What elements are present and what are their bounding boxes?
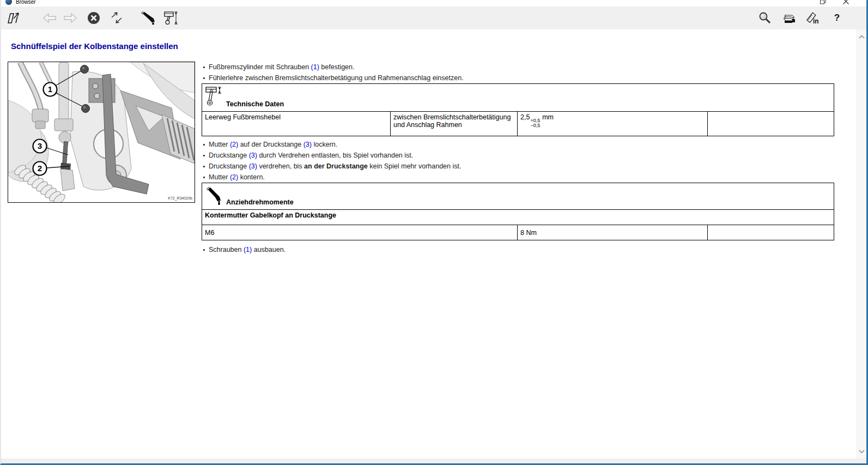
step-text-segment: ausbauen. <box>252 246 286 253</box>
stop-button[interactable] <box>86 10 101 26</box>
step-text: Mutter (2) kontern. <box>209 172 265 183</box>
table-cell <box>708 225 834 240</box>
emphasis-text: an der Druckstange <box>304 162 368 170</box>
close-button[interactable] <box>842 0 849 4</box>
step-text-segment: Druckstange <box>209 162 249 170</box>
horizontal-scrollbar-track <box>1 458 866 463</box>
part-reference-link[interactable]: (1) <box>311 63 319 71</box>
table-title: Technische Daten <box>226 100 284 108</box>
instruction-column: Fußbremszylinder mit Schrauben (1) befes… <box>202 62 834 255</box>
browser-window: Browser <box>0 0 868 465</box>
help-button[interactable]: ? <box>829 10 845 26</box>
instruction-step: Schrauben (1) ausbauen. <box>202 244 834 255</box>
svg-text:in: in <box>813 17 819 25</box>
table-cell: 8 Nm <box>518 225 708 240</box>
torque-wrench-icon <box>141 11 156 25</box>
table-cell-value: 2,5+0,5−0,5mm <box>518 112 708 136</box>
callout-2: 2 <box>38 164 42 173</box>
piston-data-icon <box>163 11 179 25</box>
scroll-down-button[interactable] <box>857 446 866 456</box>
part-reference-link[interactable]: (2) <box>230 173 238 181</box>
restore-icon <box>820 0 826 4</box>
help-icon: ? <box>834 13 840 23</box>
technical-data-table: Technische Daten Leerweg Fußbremshebel z… <box>202 83 834 136</box>
unit-label: mm <box>542 113 554 121</box>
torque-table: Anziehdrehmomente Kontermutter Gabelkopf… <box>202 183 834 240</box>
bullet-icon <box>203 177 205 178</box>
exit-button[interactable] <box>6 10 21 26</box>
step-text-segment: kein Spiel mehr vorhanden ist. <box>368 162 462 170</box>
callout-1: 1 <box>48 84 52 94</box>
callout-3: 3 <box>38 141 42 150</box>
step-text-segment: auf der Druckstange <box>238 141 304 148</box>
figure-caption: K72_R34020b <box>168 196 192 201</box>
stop-icon <box>87 11 100 25</box>
bullet-icon <box>203 155 205 156</box>
scroll-up-button[interactable] <box>857 32 866 41</box>
instruction-step: Druckstange (3) durch Verdrehen entlaste… <box>202 150 834 161</box>
vertical-scrollbar-track[interactable] <box>857 29 866 458</box>
restore-button[interactable] <box>820 0 826 4</box>
search-button[interactable] <box>757 10 773 26</box>
step-text-segment: Schrauben <box>209 246 244 253</box>
step-text: Schrauben (1) ausbauen. <box>209 244 286 255</box>
part-reference-link[interactable]: (1) <box>244 246 252 253</box>
tolerance-value: 2,5 <box>520 113 530 121</box>
forward-button[interactable] <box>63 10 78 26</box>
back-button[interactable] <box>42 10 57 26</box>
step-text: Druckstange (3) durch Verdrehen entlaste… <box>209 150 413 161</box>
table-cell <box>708 112 834 136</box>
step-text-segment: durch Verdrehen entlasten, bis Spiel vor… <box>257 152 413 159</box>
close-icon <box>843 0 849 4</box>
document-view: Schnüffelspiel der Kolbenstange einstell… <box>1 29 857 458</box>
torque-item-label: Kontermutter Gabelkopf an Druckstange <box>202 210 834 225</box>
technical-illustration: 1 3 2 K72_R34020b <box>8 62 195 203</box>
step-text-segment: lockern. <box>312 141 337 148</box>
technical-data-button[interactable] <box>163 10 179 26</box>
print-button[interactable] <box>781 10 797 26</box>
part-reference-link[interactable]: (3) <box>249 162 257 170</box>
bullet-icon <box>203 77 205 79</box>
toolbar: in ? <box>1 7 866 30</box>
page-title: Schnüffelspiel der Kolbenstange einstell… <box>11 41 178 51</box>
torque-values-button[interactable] <box>141 10 156 26</box>
unit-conversion-ruler-icon: in <box>805 10 821 26</box>
bullet-icon <box>203 144 205 146</box>
instruction-step: Fußbremszylinder mit Schrauben (1) befes… <box>202 62 834 73</box>
table-cell: zwischen Bremslichtschalterbetätigung un… <box>391 112 518 136</box>
step-text-segment: Mutter <box>209 141 230 148</box>
chevron-down-icon <box>858 449 865 454</box>
step-text-segment: befestigen. <box>319 63 355 71</box>
exit-icon <box>7 11 21 25</box>
piston-data-icon <box>205 86 222 109</box>
step-text-segment: Mutter <box>209 173 230 181</box>
part-reference-link[interactable]: (3) <box>304 141 312 148</box>
part-reference-link[interactable]: (2) <box>230 141 238 148</box>
figure-image: 1 3 2 K72_R34020b <box>8 62 195 202</box>
torque-wrench-icon <box>205 186 223 207</box>
step-text-segment: Fußbremszylinder mit Schrauben <box>209 63 311 71</box>
back-arrow-icon <box>43 12 57 24</box>
step-text: Fußbremszylinder mit Schrauben (1) befes… <box>209 62 355 73</box>
step-text-segment: verdrehen, bis <box>257 162 304 170</box>
bullet-icon <box>203 166 205 167</box>
unit-conversion-button[interactable]: in <box>805 10 821 26</box>
table-title: Anziehdrehmomente <box>226 198 294 206</box>
sync-button[interactable] <box>109 10 124 26</box>
bullet-icon <box>203 67 205 68</box>
instruction-step: Fühlerlehre zwischen Bremslichtschalterb… <box>202 73 834 83</box>
step-text: Mutter (2) auf der Druckstange (3) locke… <box>209 139 337 150</box>
part-reference-link[interactable]: (3) <box>249 152 257 159</box>
table-cell: M6 <box>202 225 518 240</box>
step-text: Fühlerlehre zwischen Bremslichtschalterb… <box>209 73 464 83</box>
chevron-up-icon <box>858 34 865 39</box>
tolerance-limits: +0,5−0,5 <box>530 118 540 128</box>
table-cell: Leerweg Fußbremshebel <box>202 112 391 136</box>
step-text: Druckstange (3) verdrehen, bis an der Dr… <box>209 161 461 172</box>
step-text-segment: Fühlerlehre zwischen Bremslichtschalterb… <box>209 74 464 82</box>
forward-arrow-icon <box>63 12 77 24</box>
instruction-step: Mutter (2) auf der Druckstange (3) locke… <box>202 139 834 150</box>
instruction-step: Mutter (2) kontern. <box>202 172 834 183</box>
step-text-segment: kontern. <box>238 173 265 181</box>
sync-arrows-icon <box>110 11 123 25</box>
